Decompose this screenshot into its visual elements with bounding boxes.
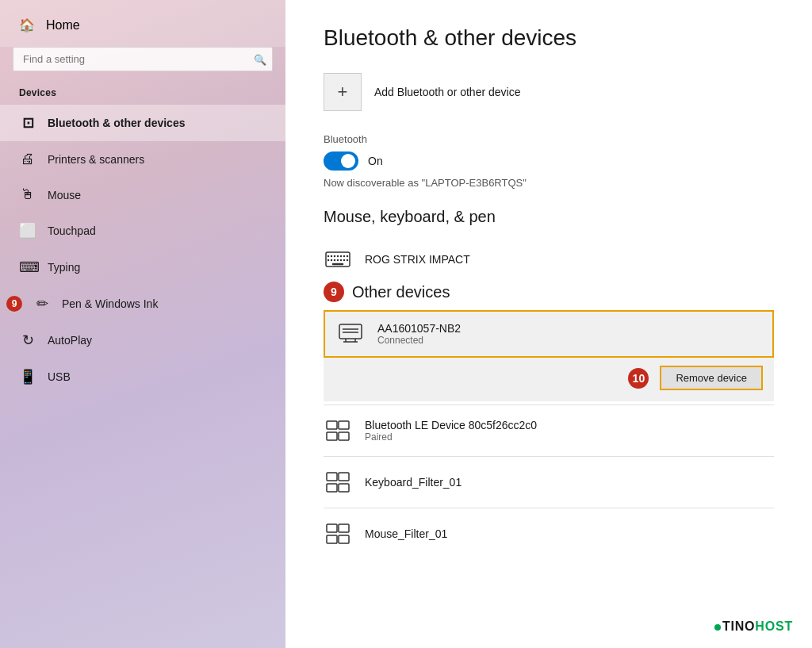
remove-device-button[interactable]: Remove device	[660, 366, 763, 390]
sidebar-item-autoplay-label: AutoPlay	[48, 334, 92, 347]
bluetooth-le-device-item: Bluetooth LE Device 80c5f26cc2c0 Paired	[324, 408, 774, 453]
selected-device-row[interactable]: AA1601057-NB2 Connected	[324, 310, 774, 358]
usb-icon: 📱	[19, 368, 36, 385]
other-devices-heading: Other devices	[352, 283, 450, 301]
sidebar-item-printers[interactable]: 🖨 Printers & scanners	[0, 141, 285, 177]
sidebar-home-button[interactable]: 🏠 Home	[0, 0, 285, 47]
sidebar-item-pen-label: Pen & Windows Ink	[62, 297, 158, 310]
sidebar-item-typing[interactable]: ⌨ Typing	[0, 249, 285, 286]
tino-host-branding: TINOHOST	[714, 619, 793, 634]
remove-device-row: 10 Remove device	[324, 358, 774, 401]
svg-rect-27	[339, 473, 349, 481]
keyboard-device-icon	[324, 245, 352, 274]
svg-rect-32	[327, 535, 337, 543]
sidebar-item-printers-label: Printers & scanners	[48, 153, 144, 166]
bluetooth-toggle-row: On	[324, 151, 774, 171]
divider-1	[324, 405, 774, 405]
mouse-keyboard-heading: Mouse, keyboard, & pen	[324, 208, 774, 226]
bluetooth-le-device-icon	[324, 416, 352, 445]
search-box: 🔍	[13, 47, 273, 71]
bluetooth-le-device-status: Paired	[365, 431, 537, 443]
other-devices-badge: 9	[324, 282, 344, 302]
selected-device-name: AA1601057-NB2	[377, 322, 461, 335]
pen-badge: 9	[6, 296, 22, 312]
sidebar-item-usb-label: USB	[48, 370, 71, 383]
svg-rect-30	[327, 524, 337, 532]
divider-2	[324, 456, 774, 457]
selected-device-info: AA1601057-NB2 Connected	[377, 322, 461, 346]
sidebar-item-mouse[interactable]: 🖱 Mouse	[0, 177, 285, 213]
pen-icon: ✏	[33, 295, 51, 312]
sidebar-item-bluetooth[interactable]: ⊡ Bluetooth & other devices	[0, 105, 285, 141]
sidebar-item-mouse-label: Mouse	[48, 189, 81, 201]
autoplay-icon: ↻	[19, 332, 36, 349]
touchpad-icon: ⬜	[19, 222, 36, 240]
tino-text: TINO	[722, 619, 755, 633]
keyboard-filter-item: Keyboard_Filter_01	[324, 460, 774, 504]
svg-rect-26	[327, 473, 337, 481]
sidebar-item-touchpad-label: Touchpad	[48, 224, 96, 237]
divider-3	[324, 508, 774, 508]
sidebar-item-typing-label: Typing	[48, 261, 80, 274]
svg-rect-33	[339, 535, 349, 543]
discoverable-text: Now discoverable as "LAPTOP-E3B6RTQS"	[324, 177, 774, 189]
svg-rect-23	[339, 421, 349, 429]
tino-logo-dot	[714, 624, 721, 631]
mouse-filter-item: Mouse_Filter_01	[324, 512, 774, 556]
typing-icon: ⌨	[19, 259, 36, 276]
bluetooth-toggle-label: On	[368, 155, 383, 167]
home-icon: 🏠	[19, 17, 35, 33]
svg-rect-29	[339, 484, 349, 492]
add-device-button[interactable]: + Add Bluetooth or other device	[324, 73, 520, 111]
mouse-filter-icon	[324, 520, 352, 548]
selected-device-status: Connected	[377, 335, 461, 346]
main-content: Bluetooth & other devices + Add Bluetoot…	[285, 0, 812, 648]
svg-rect-31	[339, 524, 349, 532]
search-icon: 🔍	[254, 53, 266, 65]
sidebar-item-autoplay[interactable]: ↻ AutoPlay	[0, 322, 285, 359]
svg-rect-28	[327, 484, 337, 492]
remove-device-step-badge: 10	[628, 368, 649, 389]
other-devices-header: 9 Other devices	[324, 282, 774, 302]
printer-icon: 🖨	[19, 151, 36, 167]
sidebar-section-title: Devices	[0, 84, 285, 105]
mouse-filter-info: Mouse_Filter_01	[365, 527, 447, 540]
sidebar-item-pen[interactable]: 9 ✏ Pen & Windows Ink	[0, 286, 285, 322]
keyboard-device-info: ROG STRIX IMPACT	[365, 253, 470, 266]
mouse-icon: 🖱	[19, 186, 36, 203]
keyboard-filter-icon	[324, 468, 352, 497]
svg-rect-22	[327, 421, 337, 429]
svg-rect-16	[339, 324, 362, 339]
svg-rect-25	[339, 432, 349, 440]
search-input[interactable]	[13, 47, 273, 71]
bluetooth-le-device-info: Bluetooth LE Device 80c5f26cc2c0 Paired	[365, 419, 537, 443]
home-label: Home	[46, 18, 80, 33]
selected-device-icon	[336, 320, 365, 348]
keyboard-filter-info: Keyboard_Filter_01	[365, 476, 462, 489]
bluetooth-section-label: Bluetooth	[324, 133, 774, 145]
keyboard-device-item: ROG STRIX IMPACT	[324, 237, 774, 282]
page-title: Bluetooth & other devices	[324, 25, 774, 51]
sidebar-item-usb[interactable]: 📱 USB	[0, 359, 285, 395]
keyboard-filter-name: Keyboard_Filter_01	[365, 476, 462, 489]
add-device-icon: +	[324, 73, 362, 111]
add-device-label: Add Bluetooth or other device	[374, 86, 520, 98]
bluetooth-icon: ⊡	[19, 114, 36, 132]
bluetooth-le-device-name: Bluetooth LE Device 80c5f26cc2c0	[365, 419, 537, 431]
sidebar: 🏠 Home 🔍 Devices ⊡ Bluetooth & other dev…	[0, 0, 285, 648]
sidebar-item-bluetooth-label: Bluetooth & other devices	[48, 117, 185, 129]
sidebar-item-touchpad[interactable]: ⬜ Touchpad	[0, 213, 285, 249]
host-text: HOST	[755, 619, 793, 633]
mouse-filter-name: Mouse_Filter_01	[365, 527, 447, 540]
bluetooth-toggle[interactable]	[324, 151, 358, 171]
keyboard-device-name: ROG STRIX IMPACT	[365, 253, 470, 266]
svg-rect-24	[327, 432, 337, 440]
